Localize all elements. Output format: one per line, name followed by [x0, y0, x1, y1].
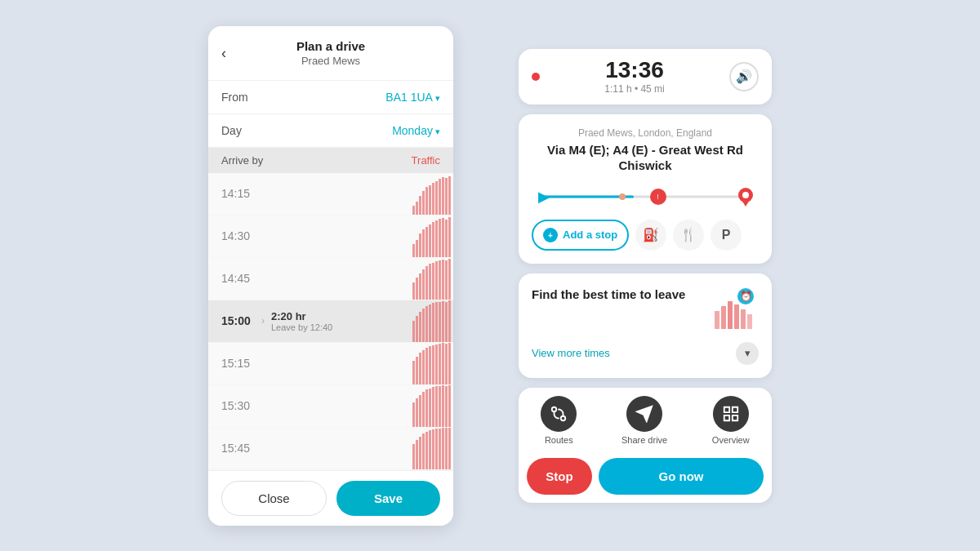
- navigation-panel: 13:36 1:11 h • 45 mi 🔊 Praed Mews, Londo…: [519, 49, 772, 503]
- table-row[interactable]: 15:15: [208, 343, 453, 385]
- time-label: 15:45: [221, 442, 258, 455]
- table-row[interactable]: 14:45: [208, 258, 453, 300]
- share-drive-icon: [626, 396, 662, 432]
- table-row[interactable]: 15:45: [208, 428, 453, 470]
- svg-rect-12: [747, 314, 752, 329]
- chevron-down-icon: ▾: [745, 347, 751, 359]
- add-stop-button[interactable]: + Add a stop: [532, 220, 629, 251]
- overview-nav-item[interactable]: Overview: [712, 396, 750, 445]
- active-duration: 2:20 hr: [271, 310, 332, 322]
- incident-marker: !: [650, 189, 666, 205]
- time-label: 15:15: [221, 357, 258, 370]
- route-card: Praed Mews, London, England Via M4 (E); …: [519, 114, 772, 264]
- svg-text:+: +: [548, 230, 553, 239]
- destination-label: Praed Mews, London, England: [532, 127, 759, 139]
- view-times-row: View more times ▾: [532, 342, 759, 365]
- svg-rect-9: [728, 301, 733, 329]
- fuel-button[interactable]: ⛽: [635, 220, 666, 251]
- parking-button[interactable]: P: [710, 220, 742, 251]
- from-label: From: [221, 91, 248, 104]
- go-now-button[interactable]: Go now: [599, 458, 764, 495]
- nav-icons-row: Routes Share drive Overview: [519, 388, 772, 450]
- panel-header: ‹ Plan a drive Praed Mews: [208, 26, 453, 81]
- svg-rect-10: [734, 304, 739, 329]
- share-drive-label: Share drive: [621, 435, 667, 445]
- save-button[interactable]: Save: [336, 481, 440, 516]
- panel-title: Plan a drive: [221, 39, 440, 53]
- svg-rect-8: [721, 306, 726, 329]
- traffic-bar: [412, 343, 453, 384]
- from-value[interactable]: BA1 1UA: [385, 91, 440, 104]
- best-time-text: Find the best time to leave: [532, 287, 703, 303]
- stop-actions: + Add a stop ⛽ 🍴 P: [532, 220, 759, 251]
- dining-icon: 🍴: [680, 227, 697, 242]
- traffic-bar: [412, 258, 453, 300]
- best-time-card: Find the best time to leave ⏰ View m: [519, 273, 772, 378]
- overview-label: Overview: [712, 435, 750, 445]
- parking-icon: P: [722, 228, 731, 242]
- routes-nav-item[interactable]: Routes: [541, 396, 577, 445]
- add-stop-icon: +: [543, 228, 558, 242]
- svg-rect-7: [715, 311, 719, 329]
- time-label: 15:30: [221, 399, 258, 412]
- traffic-bar: [412, 173, 453, 215]
- arrow-icon: ›: [261, 315, 265, 327]
- best-time-title: Find the best time to leave: [532, 287, 703, 303]
- nav-actions-row: Stop Go now: [519, 450, 772, 503]
- view-times-link[interactable]: View more times: [532, 347, 610, 359]
- traffic-bar: [412, 385, 453, 427]
- time-block: 13:36 1:11 h • 45 mi: [540, 59, 729, 95]
- best-time-chart-icon: ⏰: [713, 287, 759, 332]
- start-icon: ▶: [538, 188, 550, 206]
- traffic-bar: [412, 216, 453, 257]
- from-row: From BA1 1UA: [208, 81, 453, 114]
- route-progress: ▶ !: [532, 185, 759, 208]
- active-leave-by: Leave by 12:40: [271, 322, 332, 332]
- stop-button[interactable]: Stop: [527, 458, 592, 495]
- close-button[interactable]: Close: [221, 481, 327, 516]
- svg-marker-1: [742, 200, 750, 207]
- sound-icon: 🔊: [736, 69, 752, 84]
- progress-dot: [619, 193, 626, 200]
- table-row[interactable]: 14:30: [208, 216, 453, 258]
- trip-details: 1:11 h • 45 mi: [604, 83, 665, 95]
- share-drive-nav-item[interactable]: Share drive: [621, 396, 667, 445]
- expand-button[interactable]: ▾: [736, 342, 759, 365]
- fuel-icon: ⛽: [643, 227, 659, 242]
- plan-drive-panel: ‹ Plan a drive Praed Mews From BA1 1UA D…: [208, 26, 453, 526]
- svg-point-2: [742, 192, 749, 198]
- table-row[interactable]: 14:15: [208, 173, 453, 216]
- overview-icon: [713, 396, 749, 432]
- dining-button[interactable]: 🍴: [673, 220, 704, 251]
- nav-bar: 13:36 1:11 h • 45 mi 🔊: [519, 49, 772, 104]
- table-row[interactable]: 15:30: [208, 385, 453, 428]
- routes-label: Routes: [545, 435, 573, 445]
- traffic-bar: [412, 300, 453, 342]
- routes-icon: [541, 396, 577, 432]
- table-header: Arrive by Traffic: [208, 148, 453, 173]
- svg-text:⏰: ⏰: [740, 290, 752, 302]
- destination-pin: [737, 187, 754, 210]
- svg-marker-16: [637, 406, 652, 420]
- sound-button[interactable]: 🔊: [729, 62, 759, 91]
- best-time-top: Find the best time to leave ⏰: [532, 287, 759, 332]
- back-button[interactable]: ‹: [221, 44, 226, 61]
- arrive-by-header: Arrive by: [221, 154, 263, 167]
- time-label-active: 15:00: [221, 314, 258, 327]
- traffic-header: Traffic: [412, 154, 440, 167]
- time-label: 14:45: [221, 272, 258, 285]
- day-value[interactable]: Monday: [392, 124, 440, 137]
- day-label: Day: [221, 124, 242, 137]
- traffic-bar: [412, 428, 453, 469]
- bottom-nav: Routes Share drive Overview: [519, 388, 772, 503]
- time-rows-container: 14:15 14:30: [208, 173, 453, 470]
- time-label: 14:15: [221, 187, 258, 200]
- active-info: 2:20 hr Leave by 12:40: [271, 310, 332, 332]
- day-row: Day Monday: [208, 114, 453, 148]
- panel-footer: Close Save: [208, 470, 453, 526]
- current-time: 13:36: [605, 59, 664, 82]
- time-label: 14:30: [221, 229, 258, 242]
- table-row-active[interactable]: 15:00 › 2:20 hr Leave by 12:40: [208, 300, 453, 343]
- record-dot: [532, 73, 540, 81]
- route-via: Via M4 (E); A4 (E) - Great West RdChiswi…: [532, 142, 759, 174]
